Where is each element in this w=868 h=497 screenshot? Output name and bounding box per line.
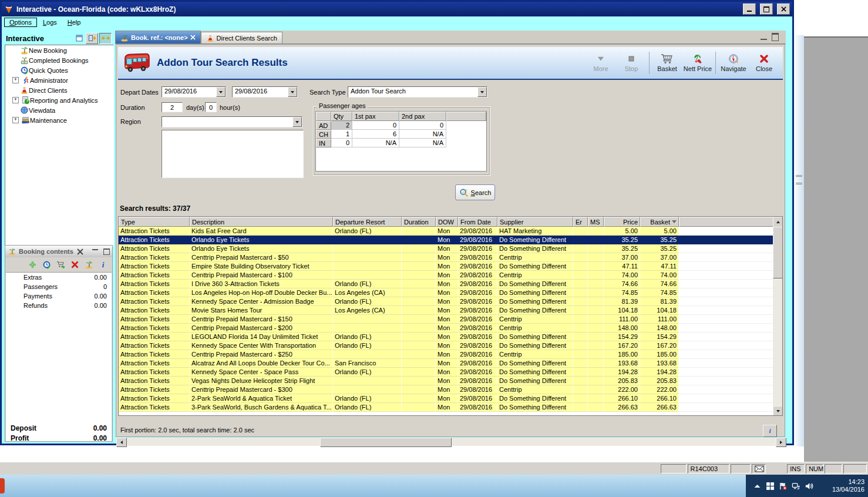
- sidebar-item-direct-clients[interactable]: Direct Clients: [5, 85, 113, 95]
- panel-minimize-icon[interactable]: [92, 249, 98, 250]
- column-header-dow[interactable]: DOW: [436, 217, 458, 227]
- column-header-duration[interactable]: Duration: [402, 217, 436, 227]
- tray-clock[interactable]: 14:2313/04/2016: [832, 478, 864, 493]
- table-row[interactable]: Attraction TicketsLos Angeles Hop-on Hop…: [119, 288, 782, 297]
- column-header-er[interactable]: Er: [573, 217, 588, 227]
- sidebar-item-administrator[interactable]: +Administrator: [5, 75, 113, 85]
- sidebar-item-new-booking[interactable]: New Booking: [5, 45, 113, 55]
- booking-contents-titlebar[interactable]: Booking contents: [5, 246, 112, 257]
- table-row[interactable]: Attraction TicketsCenttrip Prepaid Maste…: [119, 271, 782, 280]
- duration-days-input[interactable]: [162, 102, 183, 112]
- collapse-panel-icon[interactable]: [73, 33, 85, 43]
- region-listbox[interactable]: [162, 130, 304, 178]
- sidebar-item-completed-bookings[interactable]: Completed Bookings: [5, 55, 113, 65]
- column-header-type[interactable]: Type: [119, 217, 190, 227]
- table-row[interactable]: Attraction TicketsCenttrip Prepaid Maste…: [119, 324, 782, 333]
- background-window-scrollbar[interactable]: [794, 35, 804, 446]
- toolbar-basket-button[interactable]: Basket: [652, 53, 682, 72]
- tray-up-icon[interactable]: [753, 482, 762, 491]
- table-row[interactable]: Attraction TicketsLEGOLAND Florida 14 Da…: [119, 333, 782, 341]
- pax-cell[interactable]: 0: [352, 121, 399, 130]
- column-header-basket[interactable]: Basket: [640, 217, 679, 227]
- column-header-from-date[interactable]: From Date: [458, 217, 497, 227]
- info-button[interactable]: i: [763, 425, 777, 437]
- start-button-partial[interactable]: [0, 478, 5, 493]
- scroll-down-icon[interactable]: [773, 406, 783, 416]
- panel-restore-icon[interactable]: [103, 248, 110, 255]
- close-panel-icon[interactable]: [77, 248, 83, 255]
- duration-hours-input[interactable]: [205, 102, 217, 112]
- search-type-dropdown-icon[interactable]: [477, 87, 487, 97]
- menu-item-options[interactable]: Options: [4, 18, 37, 27]
- tab-direct-clients-search[interactable]: Direct Clients Search: [201, 32, 282, 43]
- pax-cell[interactable]: 1: [331, 130, 352, 139]
- sidebar-item-reporting-and-analytics[interactable]: +Reporting and Analytics: [5, 95, 113, 105]
- scroll-up-icon[interactable]: [773, 217, 783, 227]
- background-window-splitter-grip[interactable]: [796, 175, 802, 184]
- titlebar[interactable]: Interactive - Ocean-Florida (code: wKLxx…: [2, 2, 792, 16]
- menu-item-logs[interactable]: Logs: [38, 18, 62, 26]
- table-row[interactable]: Attraction TicketsOrlando Eye TicketsMon…: [119, 244, 782, 253]
- pax-cell[interactable]: 6: [352, 130, 399, 139]
- toolbar-close-button[interactable]: Close: [749, 53, 779, 72]
- scrollbar-thumb[interactable]: [773, 227, 783, 278]
- table-row[interactable]: Attraction TicketsKennedy Space Center -…: [119, 297, 782, 306]
- booking-icon[interactable]: [85, 260, 93, 269]
- tab-book-ref-none-[interactable]: Book. ref.: <none>: [115, 31, 201, 43]
- menu-item-help[interactable]: Help: [63, 18, 86, 26]
- column-header-description[interactable]: Description: [190, 217, 333, 227]
- tray-net-icon[interactable]: [792, 482, 800, 491]
- cart-go-icon[interactable]: [56, 260, 65, 269]
- expand-icon[interactable]: +: [12, 97, 19, 103]
- toolbar-nett-price-button[interactable]: Nett Price: [682, 53, 713, 72]
- horizontal-scrollbar[interactable]: [116, 438, 785, 446]
- pax-cell[interactable]: N/A: [399, 139, 446, 147]
- table-row[interactable]: Attraction Tickets2-Park SeaWorld & Aqua…: [119, 394, 782, 403]
- column-header-supplier[interactable]: Supplier: [497, 217, 573, 227]
- search-button[interactable]: Search: [455, 184, 495, 200]
- toolbar-navigate-button[interactable]: Navigate: [718, 53, 749, 72]
- pax-cell[interactable]: 0: [331, 139, 352, 147]
- dock-arrow-icon[interactable]: [86, 33, 98, 44]
- region-dropdown-icon[interactable]: [292, 117, 302, 127]
- mdi-restore-icon[interactable]: [772, 33, 779, 41]
- table-row[interactable]: Attraction TicketsAlcatraz And All Loops…: [119, 359, 782, 368]
- expand-icon[interactable]: +: [12, 77, 19, 83]
- tray-flag-icon[interactable]: [779, 482, 788, 491]
- column-header-departure-resort[interactable]: Departure Resort: [333, 217, 402, 227]
- table-row[interactable]: Attraction TicketsMovie Stars Homes Tour…: [119, 306, 782, 315]
- tray-win-icon[interactable]: [766, 482, 775, 491]
- table-row[interactable]: Attraction TicketsVegas Nights Deluxe He…: [119, 377, 782, 385]
- depart-from-dropdown-icon[interactable]: [216, 87, 226, 97]
- region-combo[interactable]: [162, 116, 302, 127]
- maximize-button[interactable]: [760, 4, 773, 15]
- column-header-price[interactable]: Price: [604, 217, 640, 227]
- close-button[interactable]: [777, 4, 790, 15]
- search-type-combo[interactable]: Addon Tour Search: [348, 86, 487, 98]
- quick-quote-icon[interactable]: [42, 260, 51, 269]
- column-header-ms[interactable]: MS: [588, 217, 604, 227]
- scrollbar-thumb[interactable]: [320, 438, 452, 447]
- table-row[interactable]: Attraction TicketsKids Eat Free CardOrla…: [119, 227, 782, 236]
- table-row[interactable]: Attraction TicketsOrlando Eye TicketsMon…: [119, 236, 782, 244]
- pax-cell[interactable]: 0: [399, 121, 446, 130]
- pax-cell[interactable]: N/A: [399, 130, 446, 139]
- table-row[interactable]: Attraction TicketsCenttrip Prepaid Maste…: [119, 350, 782, 359]
- add-icon[interactable]: [28, 260, 37, 269]
- sidebar-item-quick-quotes[interactable]: Quick Quotes: [5, 65, 113, 75]
- table-row[interactable]: Attraction TicketsKennedy Space Center -…: [119, 368, 782, 377]
- table-row[interactable]: Attraction TicketsCenttrip Prepaid Maste…: [119, 385, 782, 394]
- delete-icon[interactable]: [70, 260, 79, 269]
- scroll-right-icon[interactable]: [776, 438, 786, 447]
- table-row[interactable]: Attraction TicketsEmpire State Building …: [119, 262, 782, 271]
- dock-arrows-icon[interactable]: [99, 33, 112, 44]
- mdi-minimize-icon[interactable]: [761, 33, 767, 40]
- pax-cell[interactable]: 2: [331, 121, 352, 130]
- tray-vol-icon[interactable]: [805, 482, 813, 491]
- tab-close-icon[interactable]: [190, 35, 196, 40]
- info-icon[interactable]: i: [99, 260, 107, 269]
- table-row[interactable]: Attraction TicketsKennedy Space Center W…: [119, 341, 782, 350]
- depart-to-dropdown-icon[interactable]: [288, 87, 297, 97]
- scroll-left-icon[interactable]: [116, 438, 127, 447]
- pax-cell[interactable]: N/A: [352, 139, 399, 147]
